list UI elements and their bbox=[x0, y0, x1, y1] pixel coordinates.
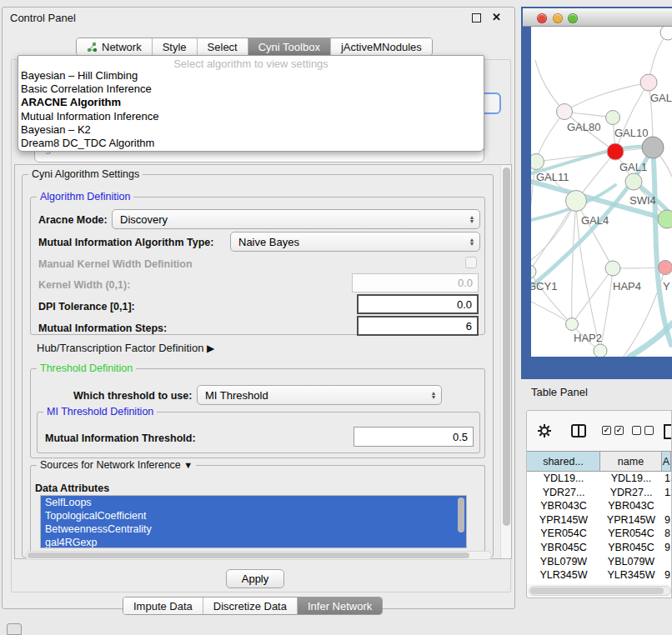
table-row[interactable]: YDL19...YDL19...13 bbox=[527, 472, 671, 486]
network-node[interactable] bbox=[660, 27, 672, 40]
network-edge[interactable] bbox=[653, 148, 671, 345]
table-cell: YBL079W bbox=[600, 555, 662, 569]
control-panel-window: Control Panel ✕ NetworkStyleSelectCyni T… bbox=[2, 7, 515, 609]
kernel-width-field[interactable]: 0.0 bbox=[352, 273, 479, 292]
attributes-hscrollbar[interactable] bbox=[25, 551, 492, 560]
algorithm-definition-title: Algorithm Definition bbox=[37, 191, 133, 202]
tab-cyni-toolbox[interactable]: Cyni Toolbox bbox=[248, 38, 331, 55]
close-icon[interactable]: ✕ bbox=[492, 11, 501, 23]
threshold-definition-title: Threshold Definition bbox=[37, 362, 136, 374]
network-edge[interactable] bbox=[535, 60, 564, 112]
network-node[interactable] bbox=[566, 191, 587, 212]
manual-kernel-checkbox[interactable] bbox=[465, 257, 477, 268]
attributes-scrollbar-thumb[interactable] bbox=[458, 498, 464, 532]
split-columns-icon[interactable] bbox=[570, 423, 587, 442]
close-traffic-light-icon[interactable] bbox=[537, 13, 547, 23]
settings-scrollbar-thumb[interactable] bbox=[503, 168, 510, 526]
attribute-item[interactable]: SelfLoops bbox=[41, 496, 466, 509]
minimize-traffic-light-icon[interactable] bbox=[553, 13, 563, 23]
table-row[interactable]: YIL052CYIL052C9. bbox=[527, 582, 671, 584]
mi-steps-field[interactable]: 6 bbox=[357, 316, 479, 336]
aracne-mode-combo[interactable]: Discovery ▲▼ bbox=[112, 209, 480, 229]
hub-definition-toggle[interactable]: Hub/Transcription Factor Definition ▶ bbox=[37, 342, 214, 354]
table-cell: 9. bbox=[662, 541, 671, 555]
mi-type-combo[interactable]: Naive Bayes ▲▼ bbox=[230, 232, 480, 252]
algorithm-item[interactable]: Dream8 DC_TDC Algorithm bbox=[18, 137, 484, 150]
network-canvas[interactable]: GAL7GAL80GAL10GAL1GAL11SWI4GAL4GCY1HAP4Y… bbox=[531, 27, 672, 357]
table-cell: YIL052C bbox=[600, 582, 662, 584]
settings-scrollbar[interactable] bbox=[500, 165, 511, 558]
bottom-tab-infer-network[interactable]: Infer Network bbox=[298, 598, 382, 614]
network-node[interactable] bbox=[531, 265, 536, 278]
network-node[interactable] bbox=[607, 143, 624, 160]
table-row[interactable]: YDR27...YDR27...12 bbox=[527, 486, 671, 500]
table-cell: YDR27... bbox=[527, 486, 600, 500]
attribute-item[interactable]: BetweennessCentrality bbox=[41, 522, 466, 536]
network-view-window[interactable]: GAL7GAL80GAL10GAL1GAL11SWI4GAL4GCY1HAP4Y… bbox=[521, 7, 672, 379]
network-node[interactable] bbox=[566, 318, 579, 331]
network-edge[interactable] bbox=[531, 302, 572, 324]
network-node[interactable] bbox=[642, 137, 664, 158]
network-edge[interactable] bbox=[564, 82, 649, 112]
table-row[interactable]: YBR045CYBR045C9. bbox=[527, 541, 671, 555]
table-hscrollbar-thumb[interactable] bbox=[530, 588, 664, 594]
table-hscrollbar[interactable] bbox=[529, 586, 671, 596]
tab-style[interactable]: Style bbox=[153, 38, 198, 55]
checkboxes-checked-icon[interactable]: ✓✓ bbox=[602, 426, 624, 435]
network-edge[interactable] bbox=[600, 268, 613, 351]
table-row[interactable]: YER054CYER054C8. bbox=[527, 527, 671, 541]
attribute-item[interactable]: TopologicalCoefficient bbox=[41, 509, 466, 522]
apply-button[interactable]: Apply bbox=[226, 569, 284, 588]
algorithm-placeholder: Select algorithm to view settings bbox=[18, 56, 484, 69]
network-node[interactable] bbox=[659, 261, 672, 275]
algorithm-item[interactable]: Bayesian – Hill Climbing bbox=[18, 69, 484, 82]
network-node[interactable] bbox=[658, 210, 672, 228]
tab-jactivemnodules[interactable]: jActiveMNodules bbox=[331, 38, 432, 55]
which-threshold-combo[interactable]: MI Threshold ▲▼ bbox=[197, 385, 442, 405]
checkboxes-unchecked-icon[interactable] bbox=[632, 426, 654, 435]
network-node[interactable] bbox=[625, 173, 642, 190]
collapse-arrow-icon[interactable]: ▼ bbox=[183, 460, 193, 470]
bottom-tab-discretize-data[interactable]: Discretize Data bbox=[203, 598, 298, 614]
column-header[interactable]: name bbox=[600, 451, 662, 472]
tab-label: Impute Data bbox=[133, 600, 193, 612]
network-edge[interactable] bbox=[531, 201, 576, 272]
attribute-item[interactable]: gal4RGexp bbox=[41, 536, 466, 548]
table-row[interactable]: YBR043CYBR043C bbox=[527, 499, 671, 513]
network-edge[interactable] bbox=[629, 323, 672, 357]
column-header[interactable]: A bbox=[662, 451, 671, 472]
document-icon[interactable] bbox=[663, 423, 672, 443]
float-window-icon[interactable] bbox=[472, 13, 481, 22]
tab-label: Discretize Data bbox=[213, 600, 287, 612]
algorithm-item[interactable]: Bayesian – K2 bbox=[18, 123, 484, 137]
mi-threshold-field[interactable]: 0.5 bbox=[354, 427, 474, 447]
table-row[interactable]: YPR145WYPR145W9. bbox=[527, 513, 671, 528]
table-row[interactable]: YBL079WYBL079W bbox=[527, 555, 671, 569]
dpi-tolerance-field[interactable]: 0.0 bbox=[357, 294, 479, 314]
attributes-hscrollbar-thumb[interactable] bbox=[28, 552, 469, 558]
network-node[interactable] bbox=[594, 344, 607, 357]
algorithm-item[interactable]: ARACNE Algorithm bbox=[18, 96, 484, 109]
tab-select[interactable]: Select bbox=[198, 38, 248, 55]
network-edge[interactable] bbox=[536, 112, 564, 162]
collapsed-panel-button[interactable] bbox=[7, 623, 22, 635]
tab-network[interactable]: Network bbox=[77, 38, 153, 55]
network-graph[interactable]: GAL7GAL80GAL10GAL1GAL11SWI4GAL4GCY1HAP4Y… bbox=[531, 27, 672, 357]
table-cell bbox=[662, 555, 671, 569]
zoom-traffic-light-icon[interactable] bbox=[568, 13, 578, 23]
bottom-tab-impute-data[interactable]: Impute Data bbox=[123, 598, 203, 614]
network-window-titlebar[interactable] bbox=[523, 8, 672, 27]
settings-gear-icon[interactable] bbox=[537, 423, 552, 442]
column-header[interactable]: shared... bbox=[527, 451, 600, 472]
table-cell: 9. bbox=[662, 582, 671, 584]
node-label: GAL80 bbox=[567, 121, 600, 133]
network-node[interactable] bbox=[606, 111, 620, 125]
network-node[interactable] bbox=[557, 104, 573, 120]
network-node[interactable] bbox=[640, 74, 657, 91]
network-edge[interactable] bbox=[572, 201, 576, 324]
algorithm-item[interactable]: Mutual Information Inference bbox=[18, 110, 484, 123]
table-row[interactable]: YLR345WYLR345W9. bbox=[527, 568, 671, 582]
network-node[interactable] bbox=[605, 261, 620, 276]
network-node[interactable] bbox=[531, 154, 544, 170]
algorithm-item[interactable]: Basic Correlation Inference bbox=[18, 82, 484, 96]
